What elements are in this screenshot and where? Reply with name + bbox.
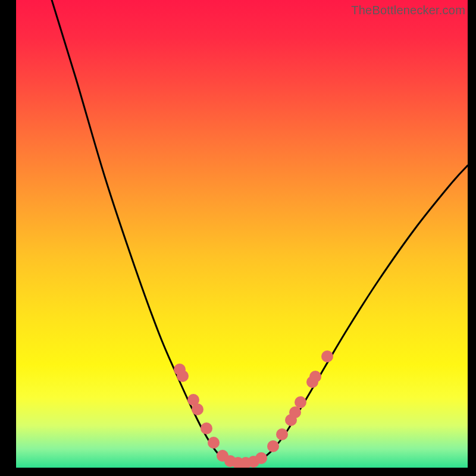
watermark-text: TheBottlenecker.com — [351, 4, 465, 17]
data-marker — [309, 371, 321, 383]
chart-frame — [16, 0, 468, 468]
data-marker — [192, 403, 203, 415]
data-marker — [276, 428, 288, 440]
data-marker — [208, 437, 220, 449]
chart-svg — [16, 0, 468, 468]
plot-area — [16, 0, 468, 468]
data-marker — [289, 406, 301, 418]
data-marker — [321, 350, 333, 362]
data-markers — [174, 350, 333, 468]
bottleneck-curve — [52, 0, 468, 464]
data-marker — [295, 396, 306, 408]
data-marker — [177, 370, 189, 382]
data-marker — [267, 440, 279, 452]
data-marker — [201, 422, 212, 434]
data-marker — [255, 452, 267, 464]
